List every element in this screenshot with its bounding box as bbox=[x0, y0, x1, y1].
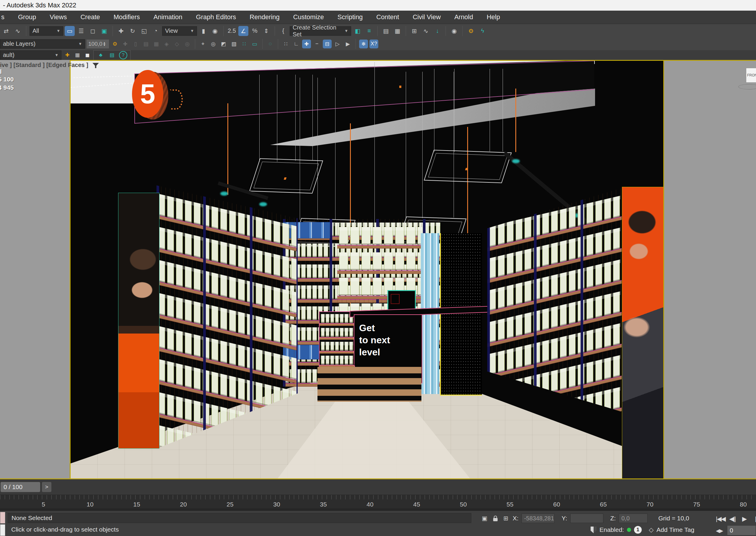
select-and-move-icon[interactable]: ✚ bbox=[116, 26, 126, 36]
document-notes-icon[interactable]: ▤ bbox=[108, 51, 116, 59]
playback-button[interactable]: ▶ bbox=[738, 514, 750, 524]
next-frame-button[interactable]: > bbox=[42, 482, 52, 492]
track-bar-ruler[interactable]: 5101520253035404550556065707580 bbox=[0, 495, 756, 511]
current-frame-field[interactable]: 0 bbox=[727, 525, 756, 535]
edit-named-selection-sets-icon[interactable]: { bbox=[278, 26, 288, 36]
curve-editor-icon[interactable]: ∿ bbox=[421, 26, 431, 36]
working-pivot-icon[interactable]: ◩ bbox=[219, 40, 228, 49]
align-icon[interactable]: ≡ bbox=[364, 26, 374, 36]
set-current-layer-icon[interactable]: ◈ bbox=[162, 40, 171, 49]
add-time-tag[interactable]: Add Time Tag bbox=[657, 526, 694, 533]
layer-properties-icon[interactable]: ◎ bbox=[183, 40, 192, 49]
window-crossing-icon[interactable]: ▣ bbox=[99, 26, 109, 36]
scene-explorer-icon[interactable]: ▤ bbox=[381, 26, 391, 36]
spinner-arrows-icon[interactable]: ▲▼ bbox=[103, 42, 106, 46]
select-and-rotate-icon[interactable]: ↻ bbox=[127, 26, 138, 36]
percent-snap-spinner[interactable]: 100,0 ▲▼ bbox=[86, 40, 109, 49]
rectangular-selection-region-icon[interactable]: ◻ bbox=[88, 26, 98, 36]
spinner-snap-icon[interactable]: ⇕ bbox=[261, 26, 271, 36]
z-coordinate-field[interactable]: 0,0 bbox=[619, 514, 648, 523]
ribbon-toggle-icon[interactable]: ⊞ bbox=[409, 26, 419, 36]
snap-normal-icon[interactable]: ▷ bbox=[333, 40, 342, 49]
selection-lock-icon[interactable] bbox=[491, 515, 499, 522]
delete-layer-icon[interactable]: ▯ bbox=[131, 40, 140, 49]
menu-item[interactable]: Modifiers bbox=[114, 13, 140, 21]
color-swatch[interactable]: ■ bbox=[83, 51, 91, 59]
pivot-surface-icon[interactable]: ⌖ bbox=[198, 40, 207, 49]
angle-snap-icon[interactable]: ∠ bbox=[238, 26, 248, 36]
menu-item[interactable]: Help bbox=[487, 13, 500, 21]
select-and-link-icon[interactable]: ⇄ bbox=[1, 26, 11, 36]
snap-circle-icon[interactable]: ◌ bbox=[266, 40, 275, 49]
measure-tool-icon[interactable]: ▭ bbox=[250, 40, 259, 49]
layer-explorer-icon[interactable]: ▦ bbox=[393, 26, 402, 36]
select-by-name-icon[interactable]: ☰ bbox=[76, 26, 86, 36]
filter-funnel-icon[interactable] bbox=[92, 63, 99, 68]
snap-xy-icon[interactable]: X? bbox=[369, 40, 378, 49]
preset-dropdown[interactable]: ault) ▼ bbox=[0, 50, 61, 60]
viewport-label[interactable]: ive ] [Standard ] [Edged Faces ] bbox=[0, 62, 99, 68]
grid-align-icon[interactable]: ∷ bbox=[240, 40, 249, 49]
select-objects-in-layer-icon[interactable]: ▦ bbox=[152, 40, 161, 49]
snap-freeze-icon[interactable]: ❄ bbox=[359, 40, 368, 49]
menu-item[interactable]: s bbox=[1, 13, 4, 21]
active-layer-dropdown[interactable]: able Layers) ▼ bbox=[0, 39, 85, 49]
snap-midpoint-icon[interactable]: ⊟ bbox=[323, 40, 332, 49]
snap-plus-icon[interactable]: ✚ bbox=[302, 40, 311, 49]
time-tag-cube-icon[interactable]: ◇ bbox=[649, 526, 654, 533]
manage-layers-icon[interactable]: ⚙ bbox=[111, 40, 119, 49]
menu-item[interactable]: Views bbox=[50, 13, 67, 21]
menu-item[interactable]: Civil View bbox=[413, 13, 441, 21]
percent-snap-icon[interactable]: % bbox=[250, 26, 260, 36]
layer-stack-icon[interactable]: ▦ bbox=[73, 51, 82, 59]
playback-button[interactable]: || bbox=[750, 514, 756, 524]
menu-item[interactable]: Create bbox=[80, 13, 100, 21]
add-selection-to-layer-icon[interactable]: ▤ bbox=[141, 40, 150, 49]
snap-pivot-icon[interactable]: ∟ bbox=[292, 40, 301, 49]
render-setup-icon[interactable]: ◉ bbox=[449, 26, 459, 36]
selection-filter-dropdown[interactable]: All ▼ bbox=[29, 26, 63, 36]
merge-layers-icon[interactable]: ◇ bbox=[172, 40, 181, 49]
mirror-icon[interactable]: ◧ bbox=[353, 26, 362, 36]
bind-to-space-warp-icon[interactable]: ∿ bbox=[13, 26, 23, 36]
viewcube[interactable]: FRON bbox=[746, 68, 756, 83]
playback-button[interactable]: ◀|| bbox=[727, 514, 738, 524]
time-slider-handle[interactable]: 0 / 100 bbox=[1, 482, 40, 492]
menu-item[interactable]: Customize bbox=[293, 13, 324, 21]
help-icon[interactable]: ? bbox=[119, 51, 127, 59]
select-and-scale-icon[interactable]: ◱ bbox=[139, 26, 149, 36]
select-object-icon[interactable]: ▭ bbox=[65, 26, 75, 36]
absolute-offset-mode-icon[interactable]: ⊞ bbox=[502, 515, 510, 522]
create-new-layer-icon[interactable]: ✚ bbox=[121, 40, 130, 49]
snap-grid-points-icon[interactable]: ∷ bbox=[281, 40, 290, 49]
y-coordinate-field[interactable] bbox=[570, 514, 603, 523]
playback-button[interactable]: |◀◀ bbox=[715, 514, 727, 524]
maxscript-mini-listener-script[interactable] bbox=[0, 524, 5, 536]
material-editor-icon[interactable]: ↓ bbox=[432, 26, 442, 36]
security-shield-icon[interactable] bbox=[591, 526, 597, 533]
menu-item[interactable]: Group bbox=[18, 13, 36, 21]
pivot-center-icon[interactable]: ◎ bbox=[209, 40, 218, 49]
menu-item[interactable]: Graph Editors bbox=[196, 13, 236, 21]
menu-item[interactable]: Content bbox=[376, 13, 399, 21]
selection-region-icon[interactable]: ▣ bbox=[481, 515, 489, 522]
edit-working-pivot-icon[interactable]: ▧ bbox=[229, 40, 238, 49]
use-pivot-point-icon[interactable]: ▮ bbox=[198, 26, 209, 36]
render-production-teapot-icon[interactable]: ⚙ bbox=[466, 26, 476, 36]
menu-item[interactable]: Scripting bbox=[337, 13, 363, 21]
add-to-active-layer-icon[interactable]: ✚ bbox=[63, 51, 71, 59]
select-and-place-icon[interactable]: ◔ bbox=[151, 26, 161, 36]
viewcube-compass-ring[interactable] bbox=[738, 84, 756, 89]
render-iterative-teapot-icon[interactable]: ϟ bbox=[477, 26, 488, 36]
key-mode-toggle[interactable]: ◀▶ bbox=[716, 528, 723, 534]
reference-coordinate-dropdown[interactable]: View ▼ bbox=[162, 26, 197, 36]
snap-edge-icon[interactable]: − bbox=[312, 40, 321, 49]
menu-item[interactable]: Animation bbox=[154, 13, 183, 21]
camera-viewport[interactable]: 5 bbox=[70, 60, 664, 479]
snaps-toggle-icon[interactable]: 2.5 bbox=[227, 26, 237, 36]
use-selection-center-icon[interactable]: ◉ bbox=[210, 26, 220, 36]
menu-item[interactable]: Arnold bbox=[454, 13, 473, 21]
x-coordinate-field[interactable]: -58348,281 bbox=[522, 514, 555, 523]
forest-vegetation-icon[interactable]: ♣ bbox=[97, 51, 105, 59]
snap-face-icon[interactable]: ▶ bbox=[343, 40, 352, 49]
